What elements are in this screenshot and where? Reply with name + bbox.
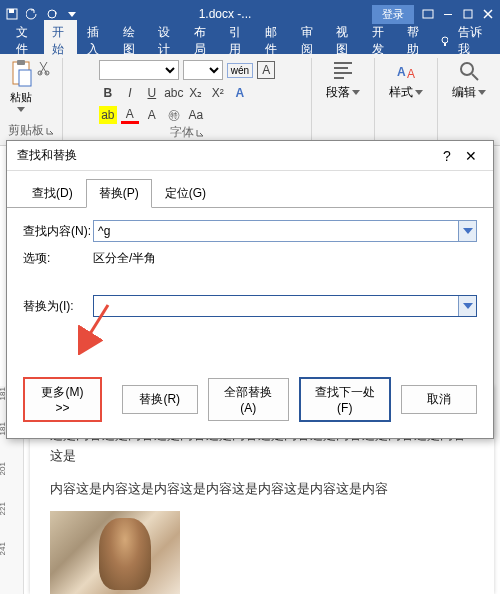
svg-rect-14 xyxy=(334,67,348,69)
menu-bar: 文件 开始 插入 绘图 设计 布局 引用 邮件 审阅 视图 开发 帮助 告诉我 xyxy=(0,28,500,54)
replace-all-button[interactable]: 全部替换(A) xyxy=(208,378,289,421)
svg-rect-16 xyxy=(334,77,344,79)
find-next-button[interactable]: 查找下一处(F) xyxy=(299,377,391,422)
find-input[interactable]: ^g xyxy=(93,220,477,242)
svg-rect-13 xyxy=(334,62,352,64)
tab-goto[interactable]: 定位(G) xyxy=(152,179,219,208)
tab-replace[interactable]: 替换(P) xyxy=(86,179,152,208)
dialog-launcher-icon[interactable] xyxy=(196,129,204,137)
tell-me[interactable]: 告诉我 xyxy=(450,20,492,62)
lightbulb-icon xyxy=(439,35,448,47)
save-icon[interactable] xyxy=(6,8,18,20)
font-size-select[interactable] xyxy=(183,60,223,80)
find-label: 查找内容(N): xyxy=(23,223,93,240)
document-title: 1.docx -... xyxy=(78,7,372,21)
bold-button[interactable]: B xyxy=(99,84,117,102)
paste-button[interactable]: 粘贴 xyxy=(9,60,33,113)
undo-icon[interactable] xyxy=(26,8,38,20)
dialog-tabs: 查找(D) 替换(P) 定位(G) xyxy=(7,171,493,208)
dialog-launcher-icon[interactable] xyxy=(46,127,54,135)
chevron-down-icon[interactable] xyxy=(458,296,476,316)
tab-design[interactable]: 设计 xyxy=(150,20,184,62)
watermark: Baidu 经验 jingyan.baidu.com xyxy=(426,562,490,588)
editing-button[interactable]: 编辑 xyxy=(446,60,492,101)
tab-view[interactable]: 视图 xyxy=(328,20,362,62)
subscript-button[interactable]: X₂ xyxy=(187,84,205,102)
svg-point-6 xyxy=(442,37,448,43)
italic-button[interactable]: I xyxy=(121,84,139,102)
tab-review[interactable]: 审阅 xyxy=(293,20,327,62)
tab-home[interactable]: 开始 xyxy=(44,20,78,62)
highlight-button[interactable]: ab xyxy=(99,106,117,124)
styles-button[interactable]: AA 样式 xyxy=(383,60,429,101)
chevron-down-icon[interactable] xyxy=(458,221,476,241)
cut-icon[interactable] xyxy=(37,60,53,76)
tab-find[interactable]: 查找(D) xyxy=(19,179,86,208)
svg-line-20 xyxy=(472,74,478,80)
svg-point-11 xyxy=(38,71,42,75)
underline-button[interactable]: U xyxy=(143,84,161,102)
tab-draw[interactable]: 绘图 xyxy=(115,20,149,62)
tab-insert[interactable]: 插入 xyxy=(79,20,113,62)
repeat-icon[interactable] xyxy=(46,8,58,20)
svg-rect-5 xyxy=(464,10,472,18)
minimize-icon[interactable] xyxy=(442,8,454,20)
superscript-button[interactable]: X² xyxy=(209,84,227,102)
svg-rect-3 xyxy=(423,10,433,18)
font-group: wén A B I U abc X₂ X² A ab A A ㊕ Aa 字体 xyxy=(63,58,312,141)
paragraph-button[interactable]: 段落 xyxy=(320,60,366,101)
enclose-characters[interactable]: ㊕ xyxy=(165,106,183,124)
change-case[interactable]: Aa xyxy=(187,106,205,124)
svg-rect-1 xyxy=(9,9,14,13)
help-button[interactable]: ? xyxy=(435,148,459,164)
svg-rect-4 xyxy=(444,14,452,15)
svg-point-12 xyxy=(45,71,49,75)
dropdown-icon[interactable] xyxy=(66,8,78,20)
character-shading[interactable]: A xyxy=(143,106,161,124)
svg-rect-15 xyxy=(334,72,352,74)
svg-text:A: A xyxy=(397,65,406,79)
font-label: 字体 xyxy=(170,124,194,141)
close-button[interactable]: ✕ xyxy=(459,148,483,164)
close-icon[interactable] xyxy=(482,8,494,20)
clipboard-label: 剪贴板 xyxy=(8,122,44,139)
character-border[interactable]: A xyxy=(257,61,275,79)
ribbon: 粘贴 剪贴板 wén A B I U abc X₂ X² A xyxy=(0,54,500,146)
font-color-button[interactable]: A xyxy=(121,106,139,124)
dialog-titlebar[interactable]: 查找和替换 ? ✕ xyxy=(7,141,493,171)
paragraph-group: 段落 xyxy=(312,58,375,141)
svg-line-21 xyxy=(83,305,108,345)
svg-point-19 xyxy=(461,63,473,75)
dialog-title-text: 查找和替换 xyxy=(17,147,435,164)
editing-group: 编辑 xyxy=(438,58,500,141)
tab-developer[interactable]: 开发 xyxy=(364,20,398,62)
cancel-button[interactable]: 取消 xyxy=(401,385,477,414)
annotation-arrow xyxy=(78,300,118,358)
options-value: 区分全/半角 xyxy=(93,250,477,267)
embedded-image[interactable] xyxy=(50,511,180,594)
replace-input[interactable] xyxy=(93,295,477,317)
find-replace-dialog: 查找和替换 ? ✕ 查找(D) 替换(P) 定位(G) 查找内容(N): ^g … xyxy=(6,140,494,439)
svg-text:A: A xyxy=(407,67,415,81)
clipboard-group: 粘贴 剪贴板 xyxy=(0,58,63,141)
maximize-icon[interactable] xyxy=(462,8,474,20)
svg-point-2 xyxy=(48,10,56,18)
tab-mail[interactable]: 邮件 xyxy=(257,20,291,62)
font-family-select[interactable] xyxy=(99,60,179,80)
paragraph: 内容这是内容这是内容这是内容这是内容这是内容这是内容 xyxy=(50,479,474,500)
tab-layout[interactable]: 布局 xyxy=(186,20,220,62)
options-label: 选项: xyxy=(23,250,93,267)
tab-file[interactable]: 文件 xyxy=(8,20,42,62)
svg-rect-10 xyxy=(19,70,31,86)
svg-rect-7 xyxy=(444,43,446,46)
text-effect-button[interactable]: A xyxy=(231,84,249,102)
phonetic-guide[interactable]: wén xyxy=(227,63,253,78)
tab-help[interactable]: 帮助 xyxy=(399,20,433,62)
strikethrough-button[interactable]: abc xyxy=(165,84,183,102)
svg-rect-9 xyxy=(17,60,25,65)
styles-group: AA 样式 xyxy=(375,58,438,141)
tab-references[interactable]: 引用 xyxy=(221,20,255,62)
ribbon-options-icon[interactable] xyxy=(422,8,434,20)
more-button[interactable]: 更多(M) >> xyxy=(23,377,102,422)
replace-button[interactable]: 替换(R) xyxy=(122,385,198,414)
